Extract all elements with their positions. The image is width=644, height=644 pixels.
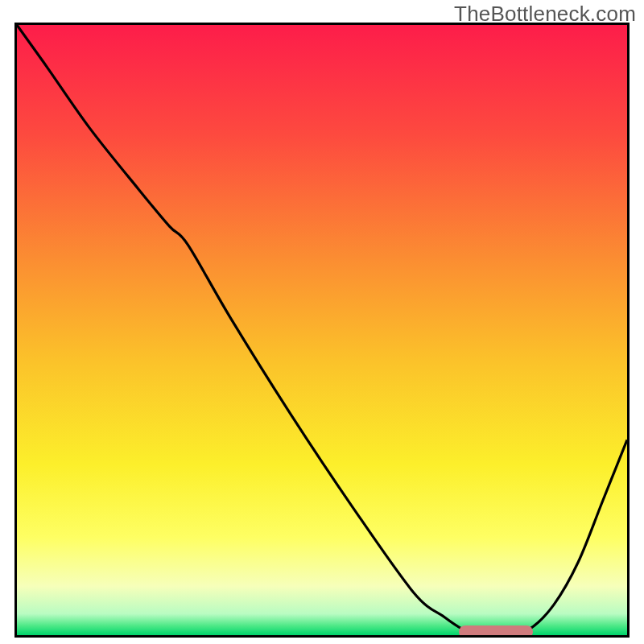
optimal-range-marker <box>459 625 532 638</box>
bottleneck-curve <box>17 25 627 635</box>
chart-container: TheBottleneck.com <box>0 0 644 644</box>
plot-frame <box>14 23 630 638</box>
curve-layer <box>17 25 627 635</box>
